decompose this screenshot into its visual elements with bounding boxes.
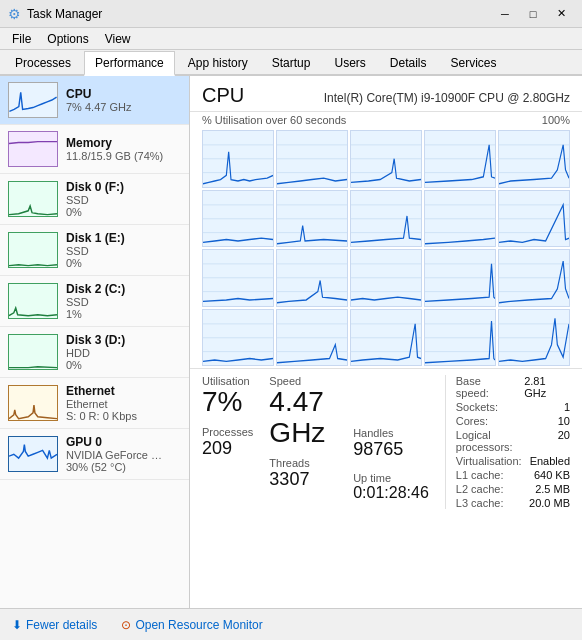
footer: ⬇ Fewer details ⊙ Open Resource Monitor [0,608,582,640]
handles-value: 98765 [353,439,429,460]
tab-processes[interactable]: Processes [4,51,82,74]
sidebar-disk1-type: SSD [66,245,181,257]
cpu-chart-5 [498,130,570,188]
sidebar-ethernet-type: Ethernet [66,398,181,410]
handles-stat: Handles 98765 [353,427,429,460]
processes-stat: Processes 209 [202,426,253,459]
stat-row-cores: Cores: 10 [456,415,570,427]
cpu-chart-8 [350,190,422,248]
sidebar-thumb-disk1 [8,232,58,268]
sidebar: CPU 7% 4.47 GHz Memory 11.8/15.9 GB (74%… [0,76,190,608]
uptime-value: 0:01:28:46 [353,484,429,502]
utilisation-stat: Utilisation 7% [202,375,253,418]
tab-users[interactable]: Users [323,51,376,74]
sidebar-disk2-name: Disk 2 (C:) [66,282,181,296]
sidebar-item-ethernet[interactable]: Ethernet Ethernet S: 0 R: 0 Kbps [0,378,189,429]
stat-row-l3: L3 cache: 20.0 MB [456,497,570,509]
cpu-chart-6 [202,190,274,248]
sidebar-cpu-usage: 7% 4.47 GHz [66,101,181,113]
menu-file[interactable]: File [4,30,39,48]
stat-row-basespeed: Base speed: 2.81 GHz [456,375,570,399]
sidebar-ethernet-name: Ethernet [66,384,181,398]
cpu-chart-3 [350,130,422,188]
chart-label-bar: % Utilisation over 60 seconds 100% [190,112,582,128]
sidebar-thumb-gpu0 [8,436,58,472]
sidebar-disk0-usage: 0% [66,206,181,218]
sidebar-thumb-disk3 [8,334,58,370]
fewer-details-label: Fewer details [26,618,97,632]
sidebar-thumb-disk0 [8,181,58,217]
sidebar-disk0-name: Disk 0 (F:) [66,180,181,194]
sidebar-gpu0-usage: 30% (52 °C) [66,461,181,473]
tab-bar: Processes Performance App history Startu… [0,50,582,76]
uptime-label: Up time [353,472,429,484]
close-button[interactable]: ✕ [548,4,574,24]
tab-performance[interactable]: Performance [84,51,175,76]
sidebar-item-disk3[interactable]: Disk 3 (D:) HDD 0% [0,327,189,378]
sidebar-item-gpu0[interactable]: GPU 0 NVIDIA GeForce R... 30% (52 °C) [0,429,189,480]
resource-monitor-icon: ⊙ [121,618,131,632]
tab-services[interactable]: Services [440,51,508,74]
stat-row-virtualisation: Virtualisation: Enabled [456,455,570,467]
sidebar-disk2-usage: 1% [66,308,181,320]
cpu-chart-20 [498,309,570,367]
app-icon: ⚙ [8,6,21,22]
speed-value: 4.47 GHz [269,387,337,449]
stat-row-l2: L2 cache: 2.5 MB [456,483,570,495]
sidebar-ethernet-usage: S: 0 R: 0 Kbps [66,410,181,422]
cpu-header: CPU Intel(R) Core(TM) i9-10900F CPU @ 2.… [190,76,582,112]
open-resource-monitor-button[interactable]: ⊙ Open Resource Monitor [117,616,266,634]
app-title: Task Manager [27,7,102,21]
minimize-button[interactable]: ─ [492,4,518,24]
chart-label-text: % Utilisation over 60 seconds [202,114,346,126]
sidebar-disk1-usage: 0% [66,257,181,269]
cpu-chart-17 [276,309,348,367]
sidebar-thumb-disk2 [8,283,58,319]
tab-apphistory[interactable]: App history [177,51,259,74]
sidebar-thumb-memory [8,131,58,167]
main-content: CPU 7% 4.47 GHz Memory 11.8/15.9 GB (74%… [0,76,582,608]
stat-row-sockets: Sockets: 1 [456,401,570,413]
processes-value: 209 [202,438,253,459]
cpu-chart-13 [350,249,422,307]
sidebar-item-disk1[interactable]: Disk 1 (E:) SSD 0% [0,225,189,276]
cpu-chart-7 [276,190,348,248]
cpu-model: Intel(R) Core(TM) i9-10900F CPU @ 2.80GH… [324,91,570,105]
tab-startup[interactable]: Startup [261,51,322,74]
sidebar-memory-usage: 11.8/15.9 GB (74%) [66,150,181,162]
cpu-chart-4 [424,130,496,188]
sidebar-item-memory[interactable]: Memory 11.8/15.9 GB (74%) [0,125,189,174]
sidebar-disk0-type: SSD [66,194,181,206]
sidebar-item-disk2[interactable]: Disk 2 (C:) SSD 1% [0,276,189,327]
menu-options[interactable]: Options [39,30,96,48]
cpu-chart-9 [424,190,496,248]
cpu-chart-10 [498,190,570,248]
tab-details[interactable]: Details [379,51,438,74]
sidebar-gpu0-name: GPU 0 [66,435,181,449]
sidebar-memory-name: Memory [66,136,181,150]
cpu-chart-11 [202,249,274,307]
cpu-chart-18 [350,309,422,367]
processes-label: Processes [202,426,253,438]
cpu-chart-2 [276,130,348,188]
fewer-details-button[interactable]: ⬇ Fewer details [8,616,101,634]
sidebar-disk1-name: Disk 1 (E:) [66,231,181,245]
sidebar-item-cpu[interactable]: CPU 7% 4.47 GHz [0,76,189,125]
stat-row-l1: L1 cache: 640 KB [456,469,570,481]
sidebar-disk3-usage: 0% [66,359,181,371]
cpu-charts-grid [190,128,582,368]
sidebar-disk3-type: HDD [66,347,181,359]
menu-bar: File Options View [0,28,582,50]
cpu-chart-12 [276,249,348,307]
uptime-stat: Up time 0:01:28:46 [353,472,429,502]
cpu-content-area: CPU Intel(R) Core(TM) i9-10900F CPU @ 2.… [190,76,582,608]
title-bar: ⚙ Task Manager ─ □ ✕ [0,0,582,28]
menu-view[interactable]: View [97,30,139,48]
stat-row-logical: Logical processors: 20 [456,429,570,453]
sidebar-disk2-type: SSD [66,296,181,308]
maximize-button[interactable]: □ [520,4,546,24]
cpu-chart-16 [202,309,274,367]
sidebar-item-disk0[interactable]: Disk 0 (F:) SSD 0% [0,174,189,225]
chevron-up-icon: ⬇ [12,618,22,632]
utilisation-value: 7% [202,387,253,418]
